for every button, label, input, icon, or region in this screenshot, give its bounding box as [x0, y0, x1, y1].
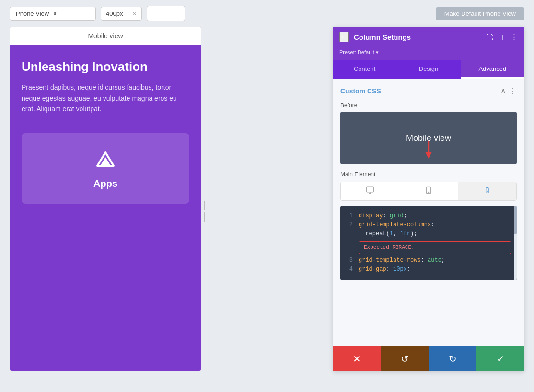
code-line-2: 2 grid-template-columns:: [346, 220, 511, 230]
view-selector[interactable]: Phone View ⬍: [10, 7, 96, 21]
mobile-icon: [484, 186, 490, 195]
line-number-2: 2: [346, 220, 353, 230]
cancel-button[interactable]: ✕: [333, 346, 381, 371]
svg-point-8: [428, 192, 429, 192]
preview-app-section: Apps: [22, 133, 189, 204]
before-label: Before: [340, 102, 517, 109]
code-line-2b: repeat(1, 1fr);: [346, 230, 511, 239]
line-number-2b: [346, 230, 353, 239]
reset-button[interactable]: ↺: [381, 346, 429, 371]
css-before-box[interactable]: Mobile view: [340, 112, 517, 164]
confirm-button[interactable]: ✓: [476, 346, 524, 371]
settings-back-button[interactable]: ←: [339, 32, 349, 42]
code-line-1: 1 display: grid;: [346, 211, 511, 220]
view-selector-arrows: ⬍: [53, 11, 57, 17]
mobile-preview-title: Mobile view: [88, 32, 123, 40]
columns-icon[interactable]: ▯▯: [498, 33, 506, 41]
mobile-preview-panel: Mobile view Unleashing Inovation Praesen…: [10, 27, 201, 371]
code-line-4: 4 grid-gap: 10px;: [346, 265, 511, 274]
error-message: Expected RBRACE.: [359, 241, 511, 254]
preview-title: Unleashing Inovation: [22, 59, 189, 74]
preview-body-text: Praesent dapibus, neque id cursus faucib…: [22, 82, 189, 114]
tab-content[interactable]: Content: [333, 60, 396, 79]
resize-dot-1: [204, 201, 205, 210]
tab-design[interactable]: Design: [396, 60, 460, 79]
width-clear-button[interactable]: ×: [133, 10, 137, 17]
svg-rect-4: [366, 187, 373, 192]
line-number-1: 1: [346, 211, 353, 220]
device-icons-row: [340, 182, 517, 201]
make-default-button[interactable]: Make Default Phone View: [436, 7, 524, 20]
line-number-4: 4: [346, 265, 353, 274]
redo-button[interactable]: ↻: [429, 346, 476, 371]
settings-preset[interactable]: Preset: Default ▾: [333, 47, 524, 60]
red-down-arrow: [421, 141, 436, 161]
tablet-device-button[interactable]: [399, 182, 458, 200]
code-line-3: 3 grid-template-rows: auto;: [346, 256, 511, 265]
view-selector-label: Phone View: [16, 10, 49, 17]
app-icon: [93, 148, 117, 172]
tablet-icon: [425, 186, 432, 195]
custom-css-title: Custom CSS: [340, 87, 381, 95]
svg-marker-3: [425, 152, 432, 159]
code-scrollbar-thumb[interactable]: [514, 206, 517, 234]
css-more-button[interactable]: ⋮: [509, 86, 517, 95]
settings-title: Column Settings: [354, 33, 481, 41]
mobile-device-button[interactable]: [458, 182, 516, 200]
line-number-3: 3: [346, 256, 353, 265]
desktop-device-button[interactable]: [341, 182, 399, 200]
svg-point-10: [487, 192, 488, 192]
width-input[interactable]: [106, 10, 130, 17]
css-section-controls: ∧ ⋮: [500, 86, 517, 95]
css-section-header: Custom CSS ∧ ⋮: [340, 86, 517, 95]
settings-body: Custom CSS ∧ ⋮ Before Mobile view Main E…: [333, 79, 524, 356]
width-input-wrapper: ×: [101, 7, 142, 21]
settings-header: ← Column Settings ⛶ ▯▯ ⋮: [333, 27, 524, 47]
mobile-preview-header: Mobile view: [10, 27, 201, 45]
preview-app-label: Apps: [93, 178, 117, 189]
code-editor[interactable]: 1 display: grid; 2 grid-template-columns…: [340, 206, 517, 280]
code-scrollbar-track[interactable]: [514, 206, 517, 280]
resize-handle[interactable]: [202, 51, 206, 371]
settings-tabs: Content Design Advanced: [333, 60, 524, 79]
fullscreen-icon[interactable]: ⛶: [486, 33, 493, 41]
top-toolbar: Phone View ⬍ × Make Default Phone View: [0, 0, 534, 27]
collapse-button[interactable]: ∧: [500, 86, 506, 95]
settings-header-icons: ⛶ ▯▯ ⋮: [486, 33, 518, 41]
settings-panel: ← Column Settings ⛶ ▯▯ ⋮ Preset: Default…: [333, 27, 524, 371]
height-input[interactable]: [147, 6, 185, 21]
main-area: Mobile view Unleashing Inovation Praesen…: [0, 27, 534, 371]
resize-dots: [204, 201, 205, 222]
resize-dot-2: [204, 212, 205, 222]
main-element-label: Main Element: [340, 171, 517, 178]
desktop-icon: [366, 186, 374, 195]
tab-advanced[interactable]: Advanced: [461, 60, 524, 79]
action-bar: ✕ ↺ ↻ ✓: [333, 346, 524, 371]
mobile-preview-content: Unleashing Inovation Praesent dapibus, n…: [10, 45, 201, 371]
more-options-icon[interactable]: ⋮: [511, 33, 518, 41]
